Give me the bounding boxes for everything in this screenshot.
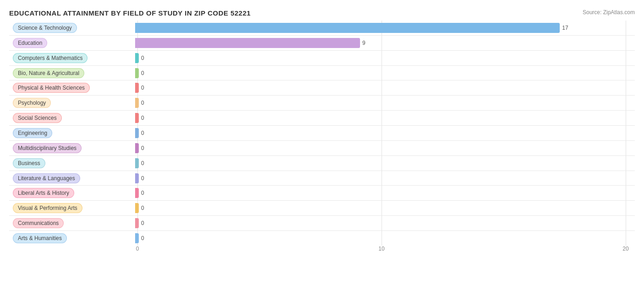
- bar-row: Arts & Humanities0: [9, 231, 635, 246]
- bar-value: 0: [141, 190, 144, 196]
- bar-label: Engineering: [9, 127, 135, 139]
- bar-label: Literature & Languages: [9, 172, 135, 184]
- bar-track: 0: [135, 216, 635, 230]
- x-tick: 10: [378, 246, 384, 252]
- bar-fill: [135, 233, 139, 243]
- bar-value: 0: [141, 235, 144, 241]
- bar-row: Business0: [9, 156, 635, 171]
- bar-row: Literature & Languages0: [9, 171, 635, 186]
- bar-fill: [135, 143, 139, 153]
- bar-row: Social Sciences0: [9, 111, 635, 126]
- bar-label: Social Sciences: [9, 112, 135, 124]
- bar-track: 0: [135, 231, 635, 246]
- bar-label: Liberal Arts & History: [9, 187, 135, 199]
- bar-track: 0: [135, 66, 635, 80]
- bar-fill: [135, 53, 139, 63]
- bar-value: 0: [141, 70, 144, 76]
- chart-area: Science & Technology17Education9Computer…: [9, 21, 635, 259]
- label-pill: Arts & Humanities: [13, 233, 67, 243]
- x-tick: 0: [136, 246, 139, 252]
- bar-fill: [135, 128, 139, 138]
- bar-value: 0: [141, 145, 144, 151]
- bar-track: 0: [135, 111, 635, 125]
- bar-label: Communications: [9, 217, 135, 229]
- label-pill: Engineering: [13, 128, 52, 138]
- bar-value: 0: [141, 220, 144, 226]
- bar-track: 0: [135, 96, 635, 110]
- bar-fill: [135, 38, 360, 48]
- bar-row: Education9: [9, 36, 635, 51]
- label-pill: Multidisciplinary Studies: [13, 143, 82, 153]
- label-pill: Physical & Health Sciences: [13, 83, 90, 93]
- bar-row: Communications0: [9, 216, 635, 231]
- label-pill: Social Sciences: [13, 113, 62, 123]
- bar-value: 0: [141, 130, 144, 136]
- bar-row: Visual & Performing Arts0: [9, 201, 635, 216]
- label-pill: Communications: [13, 218, 64, 228]
- bar-fill: [135, 188, 139, 198]
- bar-label: Bio, Nature & Agricultural: [9, 67, 135, 79]
- bar-track: 0: [135, 156, 635, 171]
- bar-value: 0: [141, 55, 144, 61]
- bar-fill: [135, 173, 139, 183]
- bar-fill: [135, 83, 139, 93]
- bar-fill: [135, 203, 139, 213]
- x-tick: 20: [622, 246, 628, 252]
- bar-track: 0: [135, 141, 635, 155]
- chart-container: EDUCATIONAL ATTAINMENT BY FIELD OF STUDY…: [0, 0, 644, 289]
- bar-row: Science & Technology17: [9, 21, 635, 36]
- bar-value: 0: [141, 160, 144, 166]
- bar-row: Computers & Mathematics0: [9, 51, 635, 66]
- label-pill: Business: [13, 158, 45, 168]
- bar-row: Physical & Health Sciences0: [9, 80, 635, 96]
- bar-fill: [135, 68, 139, 78]
- bar-label: Multidisciplinary Studies: [9, 142, 135, 154]
- bar-label: Physical & Health Sciences: [9, 82, 135, 94]
- label-pill: Psychology: [13, 98, 51, 108]
- bar-value: 0: [141, 85, 144, 91]
- source-label: Source: ZipAtlas.com: [583, 9, 635, 16]
- bar-label: Arts & Humanities: [9, 232, 135, 244]
- bar-fill: [135, 113, 139, 123]
- bar-track: 0: [135, 201, 635, 215]
- bar-track: 0: [135, 171, 635, 186]
- label-pill: Liberal Arts & History: [13, 188, 74, 198]
- chart-title: EDUCATIONAL ATTAINMENT BY FIELD OF STUDY…: [9, 9, 635, 17]
- bar-label: Visual & Performing Arts: [9, 202, 135, 214]
- bar-fill: [135, 158, 139, 168]
- bar-fill: [135, 23, 560, 33]
- bar-value: 0: [141, 115, 144, 121]
- label-pill: Visual & Performing Arts: [13, 203, 82, 213]
- label-pill: Science & Technology: [13, 23, 77, 33]
- bar-label: Business: [9, 157, 135, 169]
- bar-track: 17: [135, 21, 635, 35]
- bar-track: 0: [135, 51, 635, 65]
- bar-row: Liberal Arts & History0: [9, 186, 635, 201]
- bar-track: 0: [135, 126, 635, 140]
- label-pill: Bio, Nature & Agricultural: [13, 68, 84, 78]
- bar-track: 0: [135, 186, 635, 200]
- bar-fill: [135, 98, 139, 108]
- bar-value: 0: [141, 205, 144, 211]
- bar-track: 0: [135, 80, 635, 95]
- bar-label: Education: [9, 37, 135, 49]
- bar-row: Bio, Nature & Agricultural0: [9, 66, 635, 81]
- bar-value: 0: [141, 175, 144, 182]
- bar-label: Psychology: [9, 97, 135, 109]
- bar-value: 0: [141, 100, 144, 106]
- bar-row: Psychology0: [9, 96, 635, 111]
- x-axis-container: 01020: [137, 246, 626, 259]
- bar-value: 17: [562, 25, 568, 31]
- bar-row: Multidisciplinary Studies0: [9, 141, 635, 156]
- label-pill: Computers & Mathematics: [13, 53, 87, 63]
- bar-track: 9: [135, 36, 635, 50]
- bar-label: Science & Technology: [9, 22, 135, 34]
- bar-fill: [135, 218, 139, 228]
- label-pill: Education: [13, 38, 47, 48]
- bars-wrapper: Science & Technology17Education9Computer…: [9, 21, 635, 246]
- bar-label: Computers & Mathematics: [9, 52, 135, 64]
- label-pill: Literature & Languages: [13, 173, 80, 183]
- bar-row: Engineering0: [9, 126, 635, 141]
- bar-value: 9: [362, 40, 366, 46]
